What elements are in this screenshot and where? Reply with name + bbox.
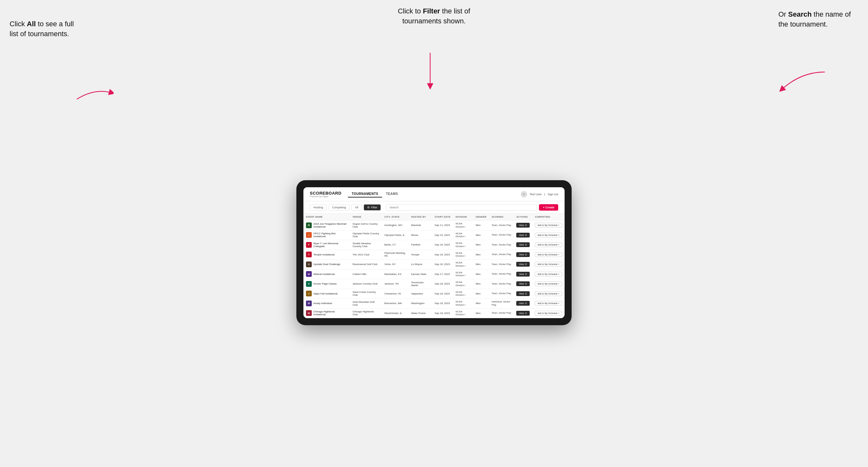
view-icon-5: ⊙ bbox=[525, 273, 527, 276]
nav-tab-tournaments[interactable]: TOURNAMENTS bbox=[348, 191, 382, 197]
add-schedule-button-5[interactable]: Add to My Schedule + bbox=[535, 272, 562, 277]
nav-tabs: TOURNAMENTS TEAMS bbox=[348, 191, 521, 197]
cell-gender-4: Men bbox=[473, 259, 489, 270]
view-button-8[interactable]: View ⊙ bbox=[516, 301, 530, 306]
annotation-topmid: Click to Filter the list of tournaments … bbox=[380, 6, 488, 26]
cell-hosted-3: Temple bbox=[409, 250, 432, 259]
table-row: W Wildcat Invitational Colbert Hills Man… bbox=[303, 269, 565, 279]
cell-competing-7: Add to My Schedule + bbox=[532, 289, 565, 299]
cell-division-6: NCAA Division I bbox=[453, 279, 473, 289]
cell-actions-6: View ⊙ bbox=[514, 279, 532, 289]
view-button-2[interactable]: View ⊙ bbox=[516, 242, 530, 247]
team-logo-5: W bbox=[306, 271, 312, 277]
col-division: DIVISION bbox=[453, 214, 473, 221]
filter-label: Filter bbox=[371, 206, 377, 209]
cell-event-name-7: V Valpo Fall Invitational bbox=[303, 289, 350, 299]
view-button-0[interactable]: View ⊙ bbox=[516, 223, 530, 227]
cell-actions-0: View ⊙ bbox=[514, 221, 532, 230]
view-button-3[interactable]: View ⊙ bbox=[516, 252, 530, 257]
view-button-7[interactable]: View ⊙ bbox=[516, 291, 530, 296]
cell-scoring-5: Team, Stroke Play bbox=[489, 269, 514, 279]
team-logo-4: U bbox=[306, 261, 312, 267]
col-event-name: EVENT NAME bbox=[303, 214, 350, 221]
view-icon-4: ⊙ bbox=[525, 263, 527, 266]
cell-division-8: NCAA Division I bbox=[453, 299, 473, 309]
view-button-4[interactable]: View ⊙ bbox=[516, 262, 530, 267]
col-venue: VENUE bbox=[350, 214, 382, 221]
all-button[interactable]: All bbox=[351, 204, 362, 211]
add-schedule-button-3[interactable]: Add to My Schedule + bbox=[535, 252, 562, 257]
cell-hosted-9: Wake Forest bbox=[409, 308, 432, 318]
table-row: V Valpo Fall Invitational Sand Creek Cou… bbox=[303, 289, 565, 299]
event-name-0: 2023 Joe Feaganes Marshall Invitational bbox=[313, 222, 347, 228]
cell-actions-2: View ⊙ bbox=[514, 240, 532, 250]
signout-link[interactable]: Sign out bbox=[548, 193, 558, 196]
competing-button[interactable]: Competing bbox=[329, 204, 350, 211]
annotation-topleft: Click All to see a full list of tourname… bbox=[9, 19, 80, 39]
add-schedule-button-1[interactable]: Add to My Schedule + bbox=[535, 233, 562, 238]
col-actions: ACTIONS bbox=[514, 214, 532, 221]
team-logo-2: F bbox=[306, 242, 312, 248]
cell-venue-8: Gold Mountain Golf Club bbox=[350, 299, 382, 309]
event-name-9: Chicago Highlands Invitational bbox=[313, 310, 347, 316]
hosting-button[interactable]: Hosting bbox=[310, 204, 327, 211]
arrow-search bbox=[763, 69, 827, 94]
cell-competing-8: Add to My Schedule + bbox=[532, 299, 565, 309]
add-schedule-button-9[interactable]: Add to My Schedule + bbox=[535, 311, 562, 316]
filter-bar: Hosting Competing All ⚙ Filter + Create bbox=[303, 201, 565, 214]
tablet-screen: SCOREBOARD Powered by clippd TOURNAMENTS… bbox=[303, 187, 565, 318]
cell-event-name-3: T Temple Invitational bbox=[303, 250, 350, 259]
filter-button[interactable]: ⚙ Filter bbox=[364, 204, 381, 211]
user-name: Test User bbox=[530, 193, 542, 196]
search-box bbox=[386, 204, 537, 211]
view-icon-7: ⊙ bbox=[525, 292, 527, 295]
cell-city-0: Huntington, WV bbox=[382, 221, 408, 230]
logo-sub: Powered by clippd bbox=[310, 195, 341, 197]
col-hosted-by: HOSTED BY bbox=[409, 214, 432, 221]
cell-gender-0: Men bbox=[473, 221, 489, 230]
cell-division-0: NCAA Division I bbox=[453, 221, 473, 230]
header-right: U Test User | Sign out bbox=[521, 191, 558, 197]
event-name-6: Grover Page Classic bbox=[313, 282, 337, 285]
view-icon-0: ⊙ bbox=[525, 224, 527, 227]
cell-scoring-3: Team, Stroke Play bbox=[489, 250, 514, 259]
cell-actions-3: View ⊙ bbox=[514, 250, 532, 259]
team-logo-8: W bbox=[306, 301, 312, 306]
view-button-1[interactable]: View ⊙ bbox=[516, 233, 530, 238]
add-schedule-button-6[interactable]: Add to My Schedule + bbox=[535, 281, 562, 286]
col-scoring: SCORING bbox=[489, 214, 514, 221]
add-schedule-button-2[interactable]: Add to My Schedule + bbox=[535, 242, 562, 247]
arrow-all bbox=[75, 85, 114, 101]
filter-icon: ⚙ bbox=[367, 206, 370, 209]
cell-date-0: Sep 11, 2023 bbox=[432, 221, 453, 230]
cell-hosted-4: Le Moyne bbox=[409, 259, 432, 270]
view-button-5[interactable]: View ⊙ bbox=[516, 272, 530, 277]
team-logo-7: V bbox=[306, 291, 312, 297]
col-competing: COMPETING bbox=[532, 214, 565, 221]
cell-actions-4: View ⊙ bbox=[514, 259, 532, 270]
view-button-6[interactable]: View ⊙ bbox=[516, 281, 530, 286]
team-logo-3: T bbox=[306, 252, 312, 257]
add-schedule-button-4[interactable]: Add to My Schedule + bbox=[535, 262, 562, 267]
add-schedule-button-8[interactable]: Add to My Schedule + bbox=[535, 301, 562, 306]
create-button[interactable]: + Create bbox=[539, 204, 558, 211]
cell-actions-5: View ⊙ bbox=[514, 269, 532, 279]
cell-competing-1: Add to My Schedule + bbox=[532, 230, 565, 240]
nav-tab-teams[interactable]: TEAMS bbox=[382, 191, 402, 197]
add-schedule-button-0[interactable]: Add to My Schedule + bbox=[535, 223, 562, 227]
view-button-9[interactable]: View ⊙ bbox=[516, 311, 530, 316]
team-logo-0: M bbox=[306, 222, 312, 228]
cell-division-2: NCAA Division I bbox=[453, 240, 473, 250]
cell-hosted-1: Illinois bbox=[409, 230, 432, 240]
cell-venue-1: Olympia Fields Country Club bbox=[350, 230, 382, 240]
cell-city-5: Manhattan, KS bbox=[382, 269, 408, 279]
add-schedule-button-7[interactable]: Add to My Schedule + bbox=[535, 291, 562, 296]
cell-hosted-0: Marshall bbox=[409, 221, 432, 230]
cell-event-name-4: U Upstate Dual Challenge bbox=[303, 259, 350, 270]
cell-venue-7: Sand Creek Country Club bbox=[350, 289, 382, 299]
search-input[interactable] bbox=[386, 204, 537, 211]
cell-venue-2: Shuttle Meadow Country Club bbox=[350, 240, 382, 250]
cell-city-6: Jackson, TN bbox=[382, 279, 408, 289]
cell-division-9: NCAA Division I bbox=[453, 308, 473, 318]
cell-date-8: Sep 18, 2023 bbox=[432, 299, 453, 309]
